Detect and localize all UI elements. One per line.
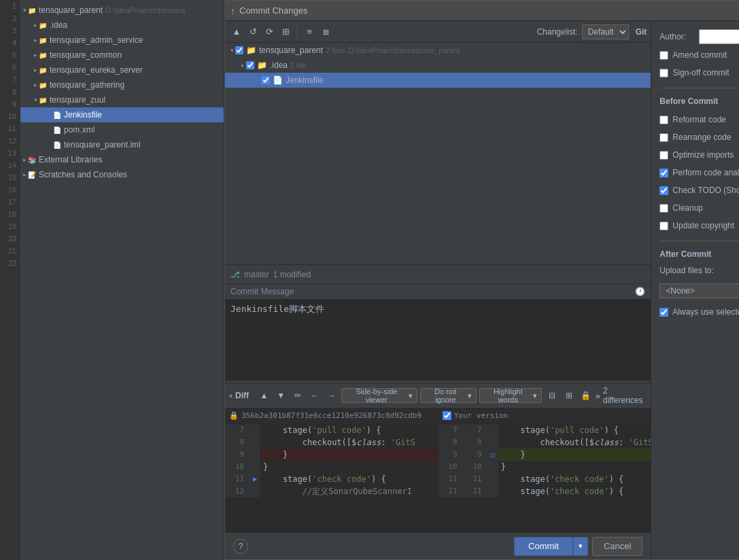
line-number: 21 <box>0 245 16 257</box>
rearrange-code-checkbox[interactable] <box>659 133 668 142</box>
right-pane-label: Your version <box>454 411 508 420</box>
move-up-button[interactable]: ▲ <box>229 24 244 39</box>
rearrange-code-label[interactable]: Rearrange code <box>672 133 731 142</box>
amend-commit-row: Amend commit <box>659 48 739 62</box>
line-number: 20 <box>0 232 16 245</box>
sidebar-item-gathering[interactable]: ▸ 📁 tensquare_gathering <box>20 77 224 92</box>
side-by-side-viewer-button[interactable]: Side-by-side viewer ▾ <box>341 388 417 403</box>
cleanup-label[interactable]: Cleanup <box>672 203 703 213</box>
diff-icon1-button[interactable]: ⊟ <box>545 388 559 403</box>
collapse-all-button[interactable]: ≣ <box>318 24 333 39</box>
commit-dropdown-button[interactable]: ▾ <box>573 537 588 556</box>
reformat-code-label[interactable]: Reformat code <box>672 115 726 124</box>
folder-icon: 📁 <box>257 60 267 70</box>
diff-icon2-button[interactable]: ⊞ <box>562 388 576 403</box>
commit-button[interactable]: Commit <box>514 537 573 556</box>
expand-all-button[interactable]: ≡ <box>302 24 317 39</box>
amend-commit-label[interactable]: Amend commit <box>672 50 727 60</box>
highlight-words-button[interactable]: Highlight words ▾ <box>479 388 542 403</box>
sidebar-item-label: tensquare_parent <box>39 5 103 15</box>
diff-toggle[interactable]: ▾ <box>229 392 233 400</box>
cleanup-checkbox[interactable] <box>659 204 668 213</box>
diff-line-code: } <box>260 461 438 473</box>
branch-icon: ⎇ <box>230 270 240 279</box>
diff-line-number: 9 <box>463 449 487 461</box>
changeset-dropdown[interactable]: Default <box>582 24 629 39</box>
cancel-button[interactable]: Cancel <box>592 537 642 556</box>
author-section: Author: Amend commit Sign-off commit <box>659 29 739 80</box>
sidebar-item-admin-service[interactable]: ▸ 📁 tensquare_admin_service <box>20 33 224 48</box>
sidebar-item-common[interactable]: ▸ 📁 tensquare_common <box>20 48 224 63</box>
diff-line-code: stage('pull code') { <box>498 424 651 436</box>
sidebar-item-idea[interactable]: ▸ 📁 .idea <box>20 18 224 33</box>
file-icon: 📄 <box>53 111 61 119</box>
diff-up-button[interactable]: ▲ <box>257 388 271 403</box>
diff-down-button[interactable]: ▼ <box>274 388 288 403</box>
upload-dropdown[interactable]: <None> <box>659 283 739 298</box>
line-number: 18 <box>0 208 16 220</box>
sidebar-item-label: tensquare_admin_service <box>50 35 143 45</box>
expand-arrow: ▸ <box>23 171 27 178</box>
diff-line-number: 11 <box>463 473 487 485</box>
diff-right-pane: Your version 7 7 stage('pull code') { <box>439 408 651 532</box>
diff-line-number: 10 <box>463 461 487 473</box>
before-commit-title: Before Commit <box>659 97 739 106</box>
sidebar-item-external-libs[interactable]: ▸ 📚 External Libraries <box>20 152 224 167</box>
commit-message-input[interactable] <box>225 299 651 381</box>
optimize-imports-label[interactable]: Optimize imports <box>672 150 734 160</box>
perform-analysis-label[interactable]: Perform code analysis <box>672 168 739 177</box>
update-copyright-label[interactable]: Update copyright <box>672 221 734 230</box>
diff-line-number: 11 <box>439 485 463 497</box>
always-use-checkbox[interactable] <box>659 308 668 317</box>
reformat-code-checkbox[interactable] <box>659 116 668 124</box>
sidebar-item-jenkinsfile[interactable]: 📄 Jenkinsfile <box>20 107 224 122</box>
file-tree-checkbox[interactable] <box>262 76 270 84</box>
git-label: Git <box>636 27 647 37</box>
file-tree-checkbox[interactable] <box>246 61 254 69</box>
refresh-button[interactable]: ⟳ <box>262 24 277 39</box>
sidebar-item-eureka[interactable]: ▸ 📁 tensquare_eureka_server <box>20 63 224 77</box>
file-tree-checkbox[interactable] <box>235 46 243 54</box>
perform-analysis-checkbox[interactable] <box>659 169 668 177</box>
file-tree-root[interactable]: ▾ 📁 tensquare_parent 2 files D:\IdeaProj… <box>225 43 651 58</box>
ignore-whitespace-button[interactable]: Do not ignore ▾ <box>420 388 477 403</box>
check-todo-checkbox[interactable] <box>659 186 668 195</box>
line-number: 19 <box>0 220 16 232</box>
sign-off-label[interactable]: Sign-off commit <box>672 68 729 77</box>
line-number: 2 <box>0 12 16 24</box>
sign-off-checkbox[interactable] <box>659 69 668 77</box>
always-use-label[interactable]: Always use selected server or group of s… <box>672 307 739 317</box>
diff-line-gutter[interactable]: ☑ <box>487 449 498 461</box>
diff-lock-button[interactable]: 🔒 <box>579 388 593 403</box>
diff-line-code: stage('check code') { <box>260 473 438 485</box>
update-copyright-checkbox[interactable] <box>659 222 668 230</box>
dialog-left-panel: ▲ ↺ ⟳ ⊞ ≡ ≣ Changelist: Default Git <box>225 21 651 559</box>
line-number: 5 <box>0 49 16 61</box>
line-number: 17 <box>0 196 16 208</box>
folder-icon: 📁 <box>39 52 47 59</box>
file-tree-idea[interactable]: ▸ 📁 .idea 1 file <box>225 58 651 73</box>
right-pane-checkbox[interactable] <box>443 411 451 420</box>
highlight-label: Highlight words <box>484 387 532 404</box>
diff-left-button[interactable]: ← <box>307 388 322 403</box>
sidebar-item-parent-iml[interactable]: 📄 tensquare_parent.iml <box>20 137 224 152</box>
amend-commit-checkbox[interactable] <box>659 51 668 60</box>
diff-right-button[interactable]: → <box>324 388 339 403</box>
sidebar-item-zuul[interactable]: ▾ 📁 tensquare_zuul <box>20 92 224 107</box>
diff-more-icon[interactable]: » <box>596 391 600 401</box>
diff-line-number: 9 <box>225 449 250 461</box>
viewer-label: Side-by-side viewer <box>346 387 407 404</box>
sidebar-item-pom-xml[interactable]: 📄 pom.xml <box>20 122 224 137</box>
group-button[interactable]: ⊞ <box>278 24 293 39</box>
diff-line-gutter <box>487 436 498 449</box>
diff-edit-button[interactable]: ✏ <box>291 388 305 403</box>
move-down-button[interactable]: ↺ <box>245 24 260 39</box>
help-button[interactable]: ? <box>233 539 248 554</box>
check-todo-label[interactable]: Check TODO (Show All) Configure <box>672 186 739 195</box>
optimize-imports-checkbox[interactable] <box>659 151 668 160</box>
diff-line-gutter: ▶ <box>250 473 260 485</box>
file-tree-jenkinsfile[interactable]: 📄 Jenkinsfile <box>225 73 651 88</box>
sidebar-item-tensquare-parent[interactable]: ▾ 📁 tensquare_parent D:\IdeaProjects\ten… <box>20 3 224 18</box>
sidebar-item-scratches[interactable]: ▸ 📝 Scratches and Consoles <box>20 167 224 182</box>
author-input[interactable] <box>699 29 739 44</box>
